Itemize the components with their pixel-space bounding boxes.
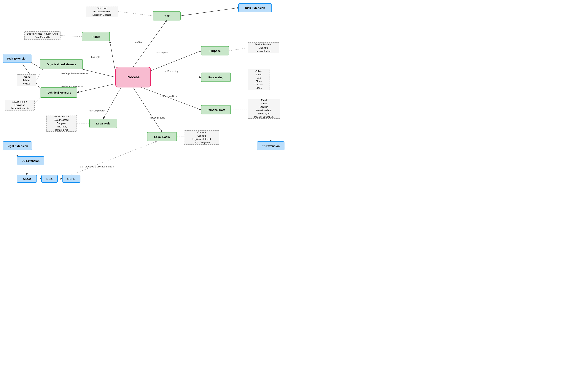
access-tooltip-label: Access ControlEncryptionSecurity Protoco… <box>11 100 29 110</box>
svg-line-18 <box>103 87 121 119</box>
risk-tooltip: Risk LevelRisk AssessmentMitigation Meas… <box>86 6 118 17</box>
svg-line-4 <box>110 41 115 72</box>
svg-line-14 <box>35 98 40 103</box>
diagram-container: Risk Extension Risk LevelRisk Assessment… <box>0 0 286 196</box>
rights-label: Rights <box>91 35 100 38</box>
legal-extension-node: Legal Extension <box>3 141 32 150</box>
eu-extension-node: EU Extension <box>17 156 44 165</box>
legal-extension-label: Legal Extension <box>6 144 28 148</box>
pd-extension-label: PD Extension <box>262 144 280 148</box>
svg-line-20 <box>133 87 162 132</box>
pd-extension-node: PD Extension <box>257 141 285 150</box>
svg-line-3 <box>60 35 82 37</box>
ai-act-node: AI Act <box>17 175 37 183</box>
dga-node: DGA <box>41 175 58 183</box>
purpose-label: Purpose <box>209 49 221 52</box>
personal-data-label: Personal Data <box>207 108 225 111</box>
ai-act-label: AI Act <box>23 177 31 180</box>
legal-basis-node: Legal Basis <box>147 132 177 141</box>
processing-label: Processing <box>209 76 224 79</box>
legal-basis-tooltip: ContractConsentLegitimate InterestLegal … <box>184 130 219 145</box>
risk-extension-node: Risk Extension <box>238 3 272 12</box>
tech-measure-label: Technical Measure <box>46 91 71 94</box>
processing-node: Processing <box>201 72 231 82</box>
legal-role-tooltip: Data ControllerData ProcessorRecipientTh… <box>46 115 77 132</box>
has-personal-data-label: hasPersonalData <box>160 95 177 98</box>
risk-label: Risk <box>164 14 170 17</box>
svg-line-1 <box>118 12 153 16</box>
org-measure-node: Organisational Measure <box>40 59 83 69</box>
purpose-tooltip: Service ProvisionMarketingPersonalisatio… <box>248 42 279 53</box>
svg-line-9 <box>36 73 40 80</box>
dga-label: DGA <box>46 177 53 180</box>
has-legal-basis-label: hasLegalBasis <box>150 117 165 119</box>
tech-extension-node: Tech Extension <box>3 54 32 63</box>
purpose-node: Purpose <box>201 46 229 55</box>
has-right-label: hasRight <box>91 56 100 58</box>
gdpr-node: GDPR <box>62 175 80 183</box>
legal-role-node: Legal Role <box>89 119 117 128</box>
legal-role-tooltip-label: Data ControllerData ProcessorRecipientTh… <box>54 115 69 132</box>
has-purpose-label: hasPurpose <box>156 51 168 54</box>
purpose-tooltip-label: Service ProvisionMarketingPersonalisatio… <box>255 43 272 53</box>
eu-extension-label: EU Extension <box>22 159 40 162</box>
svg-line-2 <box>133 20 167 67</box>
rights-node: Rights <box>82 32 110 41</box>
process-label: Process <box>126 75 140 79</box>
risk-node: Risk <box>153 11 180 20</box>
svg-line-6 <box>229 48 248 51</box>
processing-tooltip: CollectStoreUseShareTransmitErase <box>248 69 270 90</box>
svg-line-26 <box>71 141 156 175</box>
svg-line-0 <box>180 8 238 16</box>
has-tech-measure-label: hasTechnicalMeasure <box>61 85 83 88</box>
arrows-svg <box>0 0 286 196</box>
org-measure-label: Organisational Measure <box>47 63 76 66</box>
has-risk-label: hasRisk <box>134 41 142 44</box>
has-org-measure-label: hasOrganisationalMeasure <box>61 72 88 75</box>
svg-line-15 <box>142 87 201 110</box>
has-processing-label: hasProcessing <box>164 70 179 72</box>
has-legal-role-label: has<LegalRole> <box>89 109 105 112</box>
legal-basis-tooltip-label: ContractConsentLegitimate InterestLegal … <box>193 131 211 144</box>
risk-tooltip-label: Risk LevelRisk AssessmentMitigation Meas… <box>92 6 111 17</box>
legal-role-label: Legal Role <box>96 122 110 125</box>
processing-tooltip-label: CollectStoreUseShareTransmitErase <box>254 69 263 90</box>
process-node: Process <box>115 67 151 87</box>
legal-basis-label: Legal Basis <box>154 135 170 138</box>
tech-extension-label: Tech Extension <box>7 57 27 60</box>
gdpr-label-node: GDPR <box>67 177 75 180</box>
risk-extension-label: Risk Extension <box>245 6 265 10</box>
pd-tooltip: EmailNameLocation(sensitive data)Blood T… <box>248 99 280 119</box>
training-tooltip-label: TrainingPoliciesNotices <box>22 75 31 85</box>
gdpr-basis-label: e.g. provides GDPR legal basis <box>80 165 114 168</box>
training-tooltip: TrainingPoliciesNotices <box>17 74 36 86</box>
personal-data-node: Personal Data <box>201 105 231 114</box>
pd-tooltip-label: EmailNameLocation(sensitive data)Blood T… <box>254 99 273 119</box>
access-tooltip: Access ControlEncryptionSecurity Protoco… <box>5 100 35 111</box>
rights-tooltip: Subject Access Request (SAR)Data Portabi… <box>24 31 60 40</box>
tech-measure-node: Technical Measure <box>40 87 77 98</box>
rights-tooltip-label: Subject Access Request (SAR)Data Portabi… <box>27 32 58 39</box>
